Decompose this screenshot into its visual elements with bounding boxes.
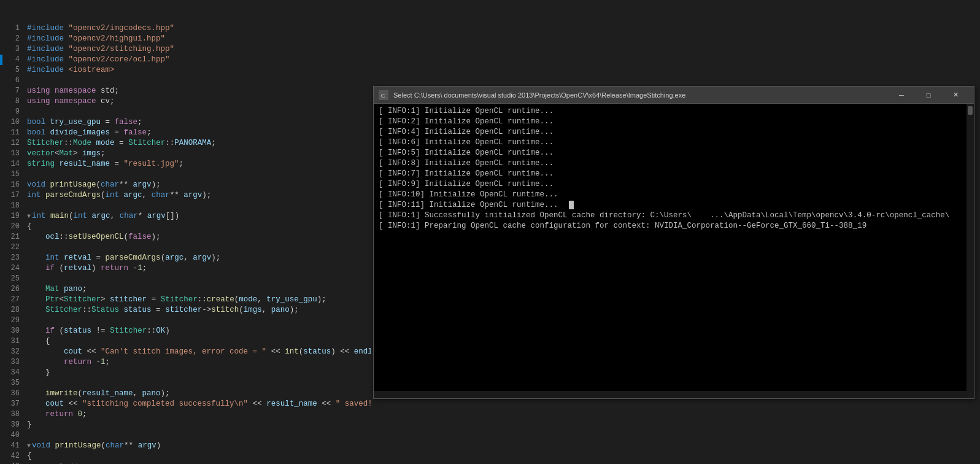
line-number: 25 [2, 274, 25, 284]
editor-line: 36 imwrite(result_name, pano); [0, 389, 371, 399]
editor-line: 38 return 0; [0, 409, 371, 420]
editor-line: 32 cout << "Can't stitch images, error c… [0, 347, 371, 357]
line-code: #include <iostream> [25, 65, 371, 75]
terminal-body: [ INFO:1] Initialize OpenCL runtime...[ … [374, 104, 966, 391]
line-number: 24 [2, 263, 25, 274]
terminal-app-icon: C [379, 90, 388, 100]
line-number: 41 [2, 441, 25, 451]
line-code: Ptr<Stitcher> stitcher = Stitcher::creat… [25, 295, 371, 305]
line-number: 4 [2, 55, 25, 65]
editor-line: 21 ocl::setUseOpenCL(false); [0, 232, 371, 242]
line-number: 1 [2, 23, 25, 34]
editor-line: 29 [0, 315, 371, 326]
line-number: 17 [2, 190, 25, 201]
line-code: bool try_use_gpu = false; [25, 117, 371, 128]
editor-line: 41▼void printUsage(char** argv) [0, 441, 371, 451]
line-number: 7 [2, 86, 25, 96]
line-code: { [25, 451, 371, 462]
editor-line: 33 return -1; [0, 357, 371, 368]
terminal-line: [ INFO:1] Preparing OpenCL cache configu… [379, 221, 962, 231]
line-number: 3 [2, 44, 25, 55]
terminal-line: [ INFO:6] Initialize OpenCL runtime... [379, 137, 962, 148]
line-number: 28 [2, 305, 25, 315]
line-number: 16 [2, 180, 25, 190]
editor-line: 27 Ptr<Stitcher> stitcher = Stitcher::cr… [0, 295, 371, 305]
terminal-minimize-button[interactable]: ─ [888, 87, 915, 104]
line-code: cout << "Can't stitch images, error code… [25, 347, 371, 357]
editor-line: 28 Stitcher::Status status = stitcher->s… [0, 305, 371, 315]
line-code: Stitcher::Mode mode = Stitcher::PANORAMA… [25, 138, 371, 149]
line-code: int retval = parseCmdArgs(argc, argv); [25, 253, 371, 263]
line-number: 11 [2, 128, 25, 138]
editor-line: 4#include "opencv2/core/ocl.hpp" [0, 55, 371, 65]
line-number: 26 [2, 284, 25, 295]
line-number: 8 [2, 96, 25, 107]
editor-line: 37 cout << "stitching completed successf… [0, 399, 371, 409]
line-number: 30 [2, 326, 25, 336]
line-code: bool divide_images = false; [25, 128, 371, 138]
editor-line: 35 [0, 378, 371, 389]
terminal-line: [ INFO:11] Initialize OpenCL runtime... [379, 200, 962, 211]
editor-line: 43 cout << [0, 462, 371, 464]
terminal-line: [ INFO:8] Initialize OpenCL runtime... [379, 158, 962, 169]
line-number: 20 [2, 222, 25, 232]
terminal-maximize-button[interactable]: □ [915, 87, 942, 104]
line-number: 38 [2, 409, 25, 420]
line-code: imwrite(result_name, pano); [25, 389, 371, 399]
line-code: using namespace cv; [25, 96, 371, 107]
line-number: 33 [2, 357, 25, 368]
editor-line: 6 [0, 75, 371, 86]
line-number: 39 [2, 420, 25, 430]
line-code: return -1; [25, 357, 371, 368]
terminal-line: [ INFO:5] Initialize OpenCL runtime... [379, 148, 962, 158]
line-code: #include "opencv2/highgui.hpp" [25, 34, 371, 44]
line-code: #include "opencv2/imgcodecs.hpp" [25, 23, 371, 34]
line-number: 9 [2, 107, 25, 117]
terminal-title: Select C:\Users\ documents\visual studio… [393, 91, 888, 99]
editor-line: 3#include "opencv2/stitching.hpp" [0, 44, 371, 55]
editor-line: 24 if (retval) return -1; [0, 263, 371, 274]
editor-line: 30 if (status != Stitcher::OK) [0, 326, 371, 336]
code-editor: 1#include "opencv2/imgcodecs.hpp"2#inclu… [0, 0, 371, 464]
editor-content: 1#include "opencv2/imgcodecs.hpp"2#inclu… [0, 0, 371, 464]
line-code: vector<Mat> imgs; [25, 149, 371, 159]
line-number: 37 [2, 399, 25, 409]
line-number: 35 [2, 378, 25, 389]
line-number: 6 [2, 75, 25, 86]
editor-line: 10bool try_use_gpu = false; [0, 117, 371, 128]
editor-line: 9 [0, 107, 371, 117]
line-number: 34 [2, 368, 25, 378]
line-code: } [25, 420, 371, 430]
line-code: cout << "stitching completed successfull… [25, 399, 371, 409]
line-code: ▼int main(int argc, char* argv[]) [25, 211, 371, 222]
line-code: if (retval) return -1; [25, 263, 371, 274]
line-code: } [25, 368, 371, 378]
editor-line: 15 [0, 169, 371, 180]
terminal-scrollbar[interactable] [966, 104, 974, 391]
line-number: 23 [2, 253, 25, 263]
line-number: 21 [2, 232, 25, 242]
line-code: string result_name = "result.jpg"; [25, 159, 371, 169]
editor-line: 34 } [0, 368, 371, 378]
line-number: 43 [2, 462, 25, 464]
editor-line: 25 [0, 274, 371, 284]
editor-line: 26 Mat pano; [0, 284, 371, 295]
editor-line: 22 [0, 242, 371, 253]
line-number: 19 [2, 211, 25, 222]
line-number: 29 [2, 315, 25, 326]
line-number: 12 [2, 138, 25, 149]
editor-line: 23 int retval = parseCmdArgs(argc, argv)… [0, 253, 371, 263]
terminal-close-button[interactable]: ✕ [942, 87, 969, 104]
terminal-line: [ INFO:1] Initialize OpenCL runtime... [379, 106, 962, 117]
line-number: 31 [2, 336, 25, 347]
line-code: int parseCmdArgs(int argc, char** argv); [25, 190, 371, 201]
line-number: 10 [2, 117, 25, 128]
editor-line: 31 { [0, 336, 371, 347]
line-number: 36 [2, 389, 25, 399]
editor-line: 7using namespace std; [0, 86, 371, 96]
line-number: 42 [2, 451, 25, 462]
line-code: { [25, 336, 371, 347]
line-code: void printUsage(char** argv); [25, 180, 371, 190]
terminal-line: [ INFO:10] Initialize OpenCL runtime... [379, 190, 962, 200]
terminal-window: C Select C:\Users\ documents\visual stud… [373, 86, 974, 399]
